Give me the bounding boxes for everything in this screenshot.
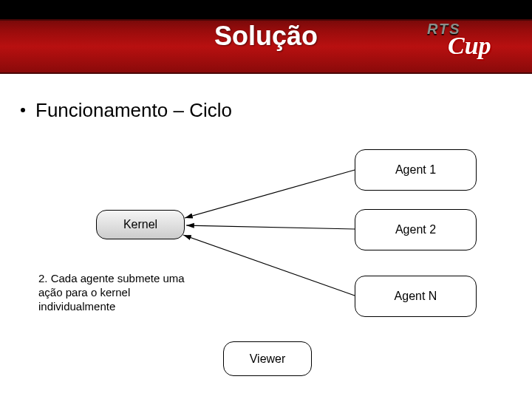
slide-header: Solução RTS Cup — [0, 0, 532, 74]
kernel-node: Kernel — [96, 210, 185, 239]
agent-1-node: Agent 1 — [355, 149, 477, 191]
diagram-caption: 2. Cada agente submete uma ação para o k… — [38, 272, 208, 313]
agent-n-node: Agent N — [355, 276, 477, 317]
rts-cup-logo: RTS Cup — [427, 22, 523, 68]
svg-line-2 — [183, 235, 355, 296]
bullet-text: Funcionamento – Ciclo — [35, 99, 232, 121]
agent-2-node: Agent 2 — [355, 209, 477, 250]
viewer-node: Viewer — [223, 341, 312, 376]
viewer-label: Viewer — [250, 352, 286, 366]
svg-line-1 — [186, 225, 355, 229]
bullet-line: Funcionamento – Ciclo — [21, 99, 232, 122]
agent-1-label: Agent 1 — [395, 163, 436, 177]
logo-line-2: Cup — [448, 35, 523, 56]
kernel-label: Kernel — [123, 218, 157, 231]
agent-2-label: Agent 2 — [395, 223, 436, 236]
bullet-dot-icon — [21, 108, 25, 112]
slide-content: Funcionamento – Ciclo Kernel Agent 1 Age… — [0, 74, 532, 399]
svg-line-0 — [185, 170, 355, 218]
agent-n-label: Agent N — [395, 290, 437, 303]
